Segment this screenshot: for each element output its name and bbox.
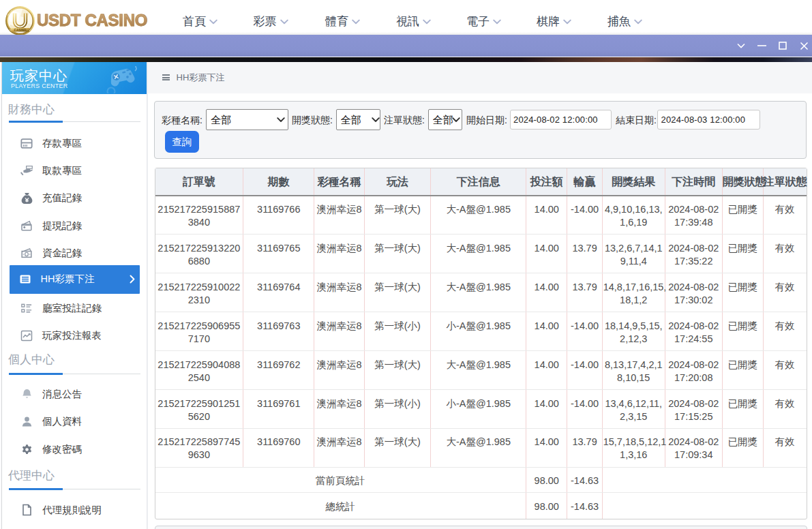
- svg-text:CASINO: CASINO: [14, 29, 27, 32]
